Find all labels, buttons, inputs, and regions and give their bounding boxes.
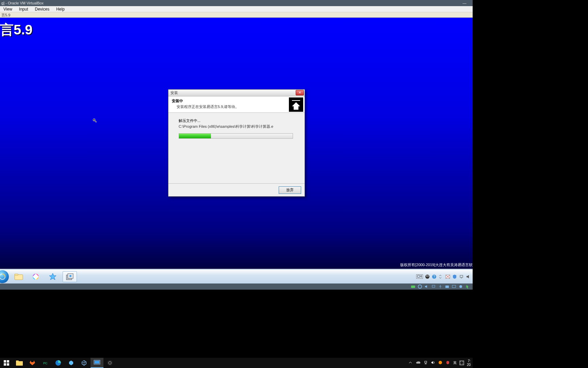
host-explorer-icon[interactable] xyxy=(13,358,26,368)
vbox-shared-folder-icon[interactable] xyxy=(445,284,450,289)
host-start-button[interactable] xyxy=(0,358,13,368)
host-tray-security-icon[interactable] xyxy=(438,361,443,365)
installer-header-title: 安装中 xyxy=(172,98,301,104)
guest-tray-flag-icon[interactable] xyxy=(445,274,450,279)
guest-tray-qq-icon[interactable] xyxy=(425,274,430,279)
guest-tray-volume-icon[interactable] xyxy=(466,274,471,279)
svg-point-34 xyxy=(439,361,442,364)
svg-point-31 xyxy=(107,360,113,366)
svg-text:?: ? xyxy=(433,275,435,279)
host-tray-network-icon[interactable] xyxy=(423,361,428,365)
svg-point-38 xyxy=(460,364,461,364)
vbox-menubar: View Input Devices Help xyxy=(0,6,473,12)
vbox-recording-icon[interactable] xyxy=(458,284,463,289)
svg-rect-35 xyxy=(460,361,464,365)
menu-devices[interactable]: Devices xyxy=(32,7,53,12)
svg-point-19 xyxy=(459,285,462,288)
vbox-usb-icon[interactable] xyxy=(438,284,443,289)
svg-point-39 xyxy=(462,364,463,364)
host-tray-volume-icon[interactable] xyxy=(431,361,436,365)
vbox-title: g] - Oracle VM VirtualBox xyxy=(1,0,44,6)
host-date: 20 xyxy=(467,363,471,367)
host-pycharm-icon[interactable]: PC xyxy=(39,358,52,368)
svg-point-8 xyxy=(426,275,427,276)
host-taskbar[interactable]: PC 英 7: 20 xyxy=(0,358,473,368)
svg-rect-13 xyxy=(460,275,463,277)
host-edge-icon[interactable] xyxy=(52,358,65,368)
guest-desktop[interactable]: 言5.9 版权所有[2000-2019]大连大有吴涛易语言软 安装 ✕ 安装中 … xyxy=(0,18,473,269)
installer-footer: 放弃 xyxy=(168,183,305,196)
host-time: 7: xyxy=(467,359,471,363)
guest-tray-network-icon[interactable] xyxy=(459,274,464,279)
installer-progress-fill xyxy=(179,134,211,138)
guest-start-button[interactable] xyxy=(0,270,9,283)
installer-title: 安装 xyxy=(168,90,178,95)
svg-point-9 xyxy=(428,275,429,276)
host-clock[interactable]: 7: 20 xyxy=(467,359,471,367)
guest-taskbar-installer[interactable] xyxy=(63,271,77,282)
menu-help[interactable]: Help xyxy=(53,7,68,12)
guest-window-title: 言5.9 xyxy=(0,12,473,18)
installer-current-file: C:\Program Files (x86)\e\samples\科学计算\科学… xyxy=(179,124,294,129)
host-tray-security2-icon[interactable] xyxy=(446,361,451,365)
installer-header-icon xyxy=(289,97,303,112)
host-tray-chevron-up-icon[interactable] xyxy=(408,361,413,365)
host-ime-indicator[interactable]: 英 xyxy=(453,361,457,365)
installer-copyright: 版权所有[2000-2019]大连大有吴涛易语言软 xyxy=(400,262,473,267)
host-virtualbox-icon[interactable] xyxy=(78,358,91,368)
svg-rect-20 xyxy=(4,360,6,363)
svg-rect-18 xyxy=(452,285,456,288)
vbox-network-icon[interactable] xyxy=(431,284,436,289)
svg-rect-22 xyxy=(4,363,6,366)
installer-banner-logo: 言5.9 xyxy=(0,20,33,39)
vbox-hdd-icon[interactable] xyxy=(411,284,415,289)
installer-status-text: 解压文件中... xyxy=(179,118,294,123)
virtualbox-window: g] - Oracle VM VirtualBox — View Input D… xyxy=(0,0,473,284)
svg-rect-23 xyxy=(7,363,9,366)
host-system-tray[interactable]: 英 7: 20 xyxy=(408,359,473,367)
svg-rect-16 xyxy=(432,285,435,287)
svg-rect-33 xyxy=(425,361,427,363)
host-ime-mode-icon[interactable] xyxy=(459,361,464,365)
svg-point-37 xyxy=(462,362,463,362)
vbox-display-icon[interactable] xyxy=(452,284,456,289)
vbox-mouse-integration-icon[interactable] xyxy=(465,284,470,289)
svg-rect-2 xyxy=(15,274,18,275)
svg-point-15 xyxy=(418,285,422,288)
host-virtualbox-running-icon[interactable] xyxy=(91,358,103,368)
right-crop-area xyxy=(473,0,588,368)
menu-input[interactable]: Input xyxy=(16,7,32,12)
guest-area: 言5.9 言5.9 版权所有[2000-2019]大连大有吴涛易语言软 安装 ✕… xyxy=(0,12,473,283)
svg-rect-14 xyxy=(411,286,415,288)
guest-taskbar-explorer[interactable] xyxy=(12,271,26,282)
guest-taskbar[interactable]: CH ? xyxy=(0,269,473,283)
guest-taskbar-app1[interactable] xyxy=(46,271,60,282)
svg-point-7 xyxy=(425,275,429,279)
host-app-icon[interactable] xyxy=(65,358,78,368)
vbox-minimize-button[interactable]: — xyxy=(458,0,471,6)
svg-rect-17 xyxy=(445,286,449,288)
host-tray-onedrive-icon[interactable] xyxy=(416,361,421,365)
guest-ime-indicator[interactable]: CH xyxy=(416,274,423,279)
guest-tray-help-icon[interactable]: ? xyxy=(432,274,437,279)
svg-text:PC: PC xyxy=(43,362,48,365)
guest-system-tray[interactable]: CH ? xyxy=(416,274,473,279)
installer-header: 安装中 安装程序正在安装易语言5.9,请等待。 xyxy=(168,96,305,113)
abort-button[interactable]: 放弃 xyxy=(279,186,301,194)
svg-rect-25 xyxy=(16,361,19,362)
installer-dialog: 安装 ✕ 安装中 安装程序正在安装易语言5.9,请等待。 解压文件中... C:… xyxy=(168,89,305,197)
installer-progress-bar xyxy=(179,133,293,139)
guest-taskbar-browser[interactable] xyxy=(29,271,43,282)
guest-tray-shield-icon[interactable] xyxy=(452,274,457,279)
guest-tray-chevron-icon[interactable] xyxy=(439,274,443,279)
host-gitlab-icon[interactable] xyxy=(26,358,39,368)
installer-close-button[interactable]: ✕ xyxy=(296,90,304,95)
installer-header-subtitle: 安装程序正在安装易语言5.9,请等待。 xyxy=(172,104,301,109)
host-obs-icon[interactable] xyxy=(103,358,116,368)
vbox-titlebar[interactable]: g] - Oracle VM VirtualBox — xyxy=(0,0,473,6)
svg-point-6 xyxy=(69,275,71,277)
vbox-cd-icon[interactable] xyxy=(418,284,422,289)
menu-view[interactable]: View xyxy=(0,7,16,12)
installer-titlebar[interactable]: 安装 ✕ xyxy=(168,90,305,96)
vbox-audio-icon[interactable] xyxy=(424,284,429,289)
